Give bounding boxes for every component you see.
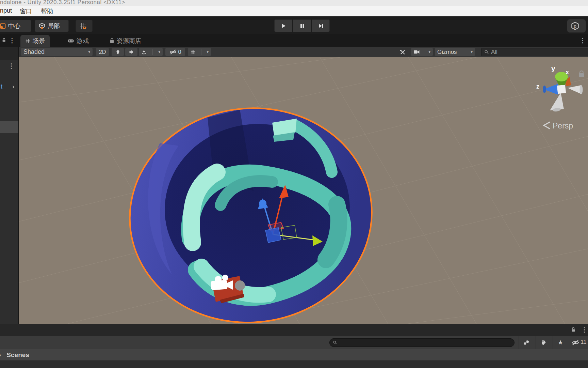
hierarchy-toolbar: [0, 47, 18, 60]
hierarchy-kebab-menu-icon[interactable]: ⋮: [9, 37, 15, 44]
project-folder-row[interactable]: › Scenes: [0, 349, 588, 361]
step-button[interactable]: [312, 19, 330, 32]
project-search-input[interactable]: [339, 340, 503, 346]
scene-grid-icon: [25, 39, 30, 44]
project-panel-header: ⋮: [0, 324, 588, 336]
hierarchy-item-clipped[interactable]: t ›: [0, 83, 19, 92]
draw-mode-label: Shaded: [23, 48, 45, 56]
scene-lighting-toggle[interactable]: [112, 48, 124, 56]
pivot-toggle-button[interactable]: 中心: [0, 20, 31, 32]
package-manager-button[interactable]: p: [567, 19, 586, 33]
scene-viewport[interactable]: y x z Persp: [19, 57, 588, 324]
hierarchy-context-kebab-icon[interactable]: ⋮: [8, 63, 15, 69]
axis-label-y: y: [551, 64, 555, 72]
draw-mode-dropdown[interactable]: Shaded ▾: [21, 48, 93, 56]
grid-snap-button[interactable]: [76, 20, 93, 32]
filter-by-type-icon[interactable]: [522, 338, 531, 347]
axis-cone-z[interactable]: [543, 84, 558, 95]
hidden-count: 0: [178, 49, 181, 55]
gizmo-cube[interactable]: [557, 85, 566, 94]
folder-expand-chevron-icon[interactable]: ›: [0, 351, 1, 359]
camera-icon: [413, 50, 420, 54]
gamepad-icon: [67, 39, 74, 43]
divider: [152, 49, 153, 55]
search-icon: [484, 50, 489, 55]
tab-scene[interactable]: 场景: [20, 35, 50, 47]
divider: [519, 336, 519, 349]
divider: [464, 49, 464, 55]
scene-camera-dropdown[interactable]: ▾: [411, 48, 433, 56]
local-cube-icon: [38, 22, 46, 30]
lightbulb-icon: [115, 49, 120, 55]
project-lock-icon[interactable]: [570, 327, 576, 333]
projection-toggle[interactable]: Persp: [544, 121, 573, 130]
svg-text:p: p: [574, 24, 576, 29]
gizmos-label: Gizmos: [437, 49, 457, 56]
divider: [536, 336, 536, 349]
tab-game[interactable]: 游戏: [63, 35, 94, 47]
effects-icon: [141, 49, 147, 55]
menu-item-input[interactable]: nput: [0, 7, 12, 14]
hierarchy-panel: ⋮ ⋮ t ›: [0, 34, 19, 324]
tab-asset-store-label: 资源商店: [117, 37, 141, 45]
pivot-icon: [0, 23, 6, 29]
unity-editor-window: ndalone - Unity 2020.3.25f1 Personal <DX…: [0, 0, 588, 368]
axis-label-x: x: [566, 69, 569, 76]
chevron-down-icon: ▾: [428, 50, 430, 54]
scene-tab-strip: 场景 游戏 资源商店 ⋮: [19, 34, 588, 47]
scene-search-field[interactable]: [481, 48, 588, 56]
tab-game-label: 游戏: [77, 37, 89, 45]
scene-audio-toggle[interactable]: [125, 48, 137, 56]
chevron-down-icon: ▾: [88, 50, 90, 54]
favorites-star-icon[interactable]: ★: [556, 338, 565, 347]
pause-button[interactable]: [293, 19, 311, 32]
orientation-label: 局部: [48, 22, 60, 30]
main-toolbar: 中心 局部 p: [0, 16, 588, 34]
title-bar: ndalone - Unity 2020.3.25f1 Personal <DX…: [0, 0, 588, 6]
scene-search-input[interactable]: [491, 49, 588, 56]
play-button[interactable]: [274, 19, 292, 32]
lock-icon[interactable]: [1, 37, 6, 43]
expand-chevron-icon[interactable]: ›: [12, 83, 14, 90]
menu-item-help[interactable]: 帮助: [41, 7, 53, 15]
search-icon: [333, 340, 337, 345]
viewport-lock-icon[interactable]: [579, 71, 584, 77]
filter-by-label-icon[interactable]: [539, 338, 548, 347]
window-title: ndalone - Unity 2020.3.25f1 Personal <DX…: [0, 0, 588, 6]
project-search-field[interactable]: [329, 338, 514, 347]
chevron-down-icon: ▾: [207, 50, 209, 54]
hierarchy-header: ⋮: [0, 34, 19, 47]
divider: [201, 49, 201, 55]
chevron-down-icon: ▾: [158, 50, 160, 54]
tab-asset-store[interactable]: 资源商店: [105, 35, 146, 47]
scene-effects-dropdown[interactable]: ▾: [139, 48, 163, 56]
step-icon: [318, 23, 324, 29]
divider: [569, 336, 569, 349]
play-icon: [281, 23, 286, 29]
2d-toggle-button[interactable]: 2D: [96, 48, 109, 56]
panel-kebab-menu-icon[interactable]: ⋮: [579, 37, 586, 44]
project-hidden-count: 11: [581, 339, 587, 346]
menu-bar: nput 窗口 帮助: [0, 6, 588, 16]
scene-visibility-toggle[interactable]: 0: [165, 48, 185, 56]
hierarchy-selected-row[interactable]: [0, 121, 18, 133]
divider: [553, 336, 553, 349]
tools-icon: [399, 49, 406, 55]
axis-label-z: z: [536, 83, 539, 90]
eye-slash-icon: [169, 49, 177, 55]
eye-slash-icon[interactable]: [571, 338, 580, 347]
pivot-label: 中心: [8, 22, 20, 30]
orientation-toggle-button[interactable]: 局部: [35, 20, 69, 32]
hierarchy-item-label: t: [1, 83, 2, 90]
pause-icon: [299, 23, 305, 29]
2d-label: 2D: [99, 49, 106, 55]
project-kebab-menu-icon[interactable]: ⋮: [581, 326, 588, 333]
axis-cone-down[interactable]: [550, 93, 564, 112]
axis-cone-right[interactable]: [568, 85, 583, 94]
scene-tools-button[interactable]: [396, 48, 409, 56]
scene-grid-dropdown[interactable]: ▾: [188, 48, 211, 56]
gizmos-dropdown[interactable]: Gizmos ▾: [435, 48, 475, 56]
menu-item-window[interactable]: 窗口: [20, 7, 32, 15]
grid-snap-icon: [79, 22, 86, 30]
orientation-gizmo[interactable]: y x z Persp: [536, 64, 584, 130]
